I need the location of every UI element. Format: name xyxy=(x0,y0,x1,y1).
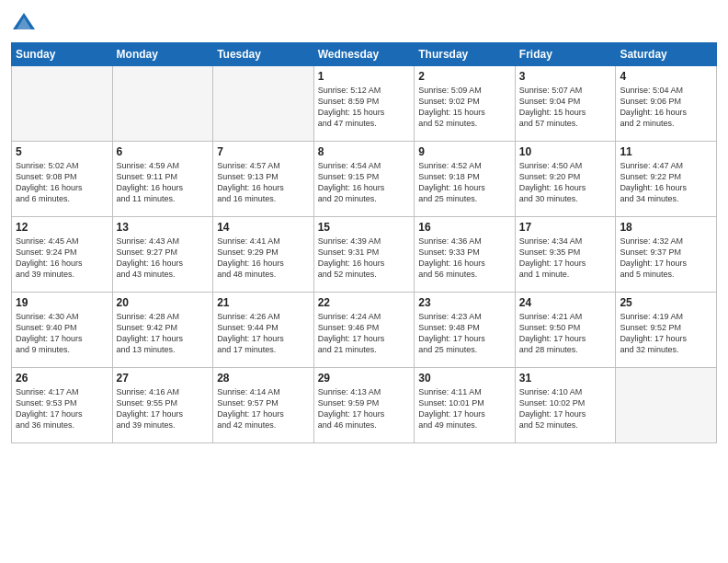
calendar-cell: 20Sunrise: 4:28 AM Sunset: 9:42 PM Dayli… xyxy=(112,293,213,368)
day-number: 26 xyxy=(16,372,108,385)
calendar-cell: 2Sunrise: 5:09 AM Sunset: 9:02 PM Daylig… xyxy=(415,66,516,142)
day-number: 10 xyxy=(519,145,612,158)
cell-info: Sunrise: 4:30 AM Sunset: 9:40 PM Dayligh… xyxy=(16,311,108,356)
calendar-cell: 11Sunrise: 4:47 AM Sunset: 9:22 PM Dayli… xyxy=(616,142,717,217)
cell-info: Sunrise: 4:28 AM Sunset: 9:42 PM Dayligh… xyxy=(117,311,210,356)
cell-info: Sunrise: 5:12 AM Sunset: 8:59 PM Dayligh… xyxy=(318,85,411,130)
day-number: 9 xyxy=(418,145,511,158)
calendar-cell: 29Sunrise: 4:13 AM Sunset: 9:59 PM Dayli… xyxy=(313,368,415,443)
calendar-cell: 1Sunrise: 5:12 AM Sunset: 8:59 PM Daylig… xyxy=(313,66,415,142)
weekday-header-row: SundayMondayTuesdayWednesdayThursdayFrid… xyxy=(12,43,717,66)
cell-info: Sunrise: 4:13 AM Sunset: 9:59 PM Dayligh… xyxy=(318,386,411,431)
week-row-4: 19Sunrise: 4:30 AM Sunset: 9:40 PM Dayli… xyxy=(12,293,717,368)
day-number: 20 xyxy=(117,296,210,309)
day-number: 30 xyxy=(418,372,511,385)
calendar-table: SundayMondayTuesdayWednesdayThursdayFrid… xyxy=(11,42,717,443)
calendar-cell xyxy=(112,66,213,142)
calendar-cell: 7Sunrise: 4:57 AM Sunset: 9:13 PM Daylig… xyxy=(213,142,314,217)
calendar-cell: 23Sunrise: 4:23 AM Sunset: 9:48 PM Dayli… xyxy=(415,293,516,368)
cell-info: Sunrise: 4:19 AM Sunset: 9:52 PM Dayligh… xyxy=(620,311,712,356)
calendar-cell: 9Sunrise: 4:52 AM Sunset: 9:18 PM Daylig… xyxy=(415,142,516,217)
day-number: 11 xyxy=(620,145,712,158)
day-number: 29 xyxy=(318,372,411,385)
calendar-cell: 19Sunrise: 4:30 AM Sunset: 9:40 PM Dayli… xyxy=(12,293,113,368)
calendar-cell: 24Sunrise: 4:21 AM Sunset: 9:50 PM Dayli… xyxy=(515,293,616,368)
page: SundayMondayTuesdayWednesdayThursdayFrid… xyxy=(0,0,728,563)
cell-info: Sunrise: 4:52 AM Sunset: 9:18 PM Dayligh… xyxy=(418,160,511,205)
cell-info: Sunrise: 5:09 AM Sunset: 9:02 PM Dayligh… xyxy=(418,85,511,130)
day-number: 21 xyxy=(217,296,310,309)
day-number: 3 xyxy=(519,70,612,83)
day-number: 15 xyxy=(318,221,411,234)
day-number: 14 xyxy=(217,221,310,234)
day-number: 16 xyxy=(418,221,511,234)
weekday-header-tuesday: Tuesday xyxy=(213,43,314,66)
cell-info: Sunrise: 4:45 AM Sunset: 9:24 PM Dayligh… xyxy=(16,236,108,281)
cell-info: Sunrise: 4:54 AM Sunset: 9:15 PM Dayligh… xyxy=(318,160,411,205)
logo-icon xyxy=(11,9,37,35)
day-number: 22 xyxy=(318,296,411,309)
cell-info: Sunrise: 4:41 AM Sunset: 9:29 PM Dayligh… xyxy=(217,236,310,281)
day-number: 7 xyxy=(217,145,310,158)
cell-info: Sunrise: 4:32 AM Sunset: 9:37 PM Dayligh… xyxy=(620,236,712,281)
calendar-cell xyxy=(616,368,717,443)
cell-info: Sunrise: 4:11 AM Sunset: 10:01 PM Daylig… xyxy=(418,386,511,431)
weekday-header-saturday: Saturday xyxy=(616,43,717,66)
weekday-header-monday: Monday xyxy=(112,43,213,66)
calendar-cell xyxy=(12,66,113,142)
cell-info: Sunrise: 4:26 AM Sunset: 9:44 PM Dayligh… xyxy=(217,311,310,356)
cell-info: Sunrise: 4:59 AM Sunset: 9:11 PM Dayligh… xyxy=(117,160,210,205)
week-row-1: 1Sunrise: 5:12 AM Sunset: 8:59 PM Daylig… xyxy=(12,66,717,142)
calendar-cell: 28Sunrise: 4:14 AM Sunset: 9:57 PM Dayli… xyxy=(213,368,314,443)
day-number: 31 xyxy=(519,372,612,385)
calendar-cell: 25Sunrise: 4:19 AM Sunset: 9:52 PM Dayli… xyxy=(616,293,717,368)
cell-info: Sunrise: 4:39 AM Sunset: 9:31 PM Dayligh… xyxy=(318,236,411,281)
cell-info: Sunrise: 4:16 AM Sunset: 9:55 PM Dayligh… xyxy=(117,386,210,431)
weekday-header-thursday: Thursday xyxy=(415,43,516,66)
cell-info: Sunrise: 4:43 AM Sunset: 9:27 PM Dayligh… xyxy=(117,236,210,281)
week-row-5: 26Sunrise: 4:17 AM Sunset: 9:53 PM Dayli… xyxy=(12,368,717,443)
day-number: 12 xyxy=(16,221,108,234)
header xyxy=(11,9,717,35)
cell-info: Sunrise: 4:34 AM Sunset: 9:35 PM Dayligh… xyxy=(519,236,612,281)
calendar-cell: 31Sunrise: 4:10 AM Sunset: 10:02 PM Dayl… xyxy=(515,368,616,443)
day-number: 8 xyxy=(318,145,411,158)
cell-info: Sunrise: 4:57 AM Sunset: 9:13 PM Dayligh… xyxy=(217,160,310,205)
calendar-cell: 4Sunrise: 5:04 AM Sunset: 9:06 PM Daylig… xyxy=(616,66,717,142)
day-number: 5 xyxy=(16,145,108,158)
cell-info: Sunrise: 4:14 AM Sunset: 9:57 PM Dayligh… xyxy=(217,386,310,431)
calendar-cell: 30Sunrise: 4:11 AM Sunset: 10:01 PM Dayl… xyxy=(415,368,516,443)
calendar-cell: 5Sunrise: 5:02 AM Sunset: 9:08 PM Daylig… xyxy=(12,142,113,217)
weekday-header-friday: Friday xyxy=(515,43,616,66)
cell-info: Sunrise: 4:36 AM Sunset: 9:33 PM Dayligh… xyxy=(418,236,511,281)
day-number: 19 xyxy=(16,296,108,309)
calendar-cell: 8Sunrise: 4:54 AM Sunset: 9:15 PM Daylig… xyxy=(313,142,415,217)
calendar-cell xyxy=(213,66,314,142)
calendar-cell: 21Sunrise: 4:26 AM Sunset: 9:44 PM Dayli… xyxy=(213,293,314,368)
day-number: 2 xyxy=(418,70,511,83)
week-row-3: 12Sunrise: 4:45 AM Sunset: 9:24 PM Dayli… xyxy=(12,217,717,293)
day-number: 4 xyxy=(620,70,712,83)
calendar-cell: 13Sunrise: 4:43 AM Sunset: 9:27 PM Dayli… xyxy=(112,217,213,293)
calendar-cell: 10Sunrise: 4:50 AM Sunset: 9:20 PM Dayli… xyxy=(515,142,616,217)
cell-info: Sunrise: 5:02 AM Sunset: 9:08 PM Dayligh… xyxy=(16,160,108,205)
cell-info: Sunrise: 5:04 AM Sunset: 9:06 PM Dayligh… xyxy=(620,85,712,130)
weekday-header-sunday: Sunday xyxy=(12,43,113,66)
week-row-2: 5Sunrise: 5:02 AM Sunset: 9:08 PM Daylig… xyxy=(12,142,717,217)
cell-info: Sunrise: 4:23 AM Sunset: 9:48 PM Dayligh… xyxy=(418,311,511,356)
cell-info: Sunrise: 4:21 AM Sunset: 9:50 PM Dayligh… xyxy=(519,311,612,356)
cell-info: Sunrise: 5:07 AM Sunset: 9:04 PM Dayligh… xyxy=(519,85,612,130)
calendar-cell: 17Sunrise: 4:34 AM Sunset: 9:35 PM Dayli… xyxy=(515,217,616,293)
cell-info: Sunrise: 4:24 AM Sunset: 9:46 PM Dayligh… xyxy=(318,311,411,356)
cell-info: Sunrise: 4:50 AM Sunset: 9:20 PM Dayligh… xyxy=(519,160,612,205)
calendar-cell: 14Sunrise: 4:41 AM Sunset: 9:29 PM Dayli… xyxy=(213,217,314,293)
calendar-cell: 12Sunrise: 4:45 AM Sunset: 9:24 PM Dayli… xyxy=(12,217,113,293)
day-number: 28 xyxy=(217,372,310,385)
day-number: 13 xyxy=(117,221,210,234)
day-number: 24 xyxy=(519,296,612,309)
calendar-cell: 15Sunrise: 4:39 AM Sunset: 9:31 PM Dayli… xyxy=(313,217,415,293)
day-number: 1 xyxy=(318,70,411,83)
calendar-cell: 6Sunrise: 4:59 AM Sunset: 9:11 PM Daylig… xyxy=(112,142,213,217)
calendar-cell: 27Sunrise: 4:16 AM Sunset: 9:55 PM Dayli… xyxy=(112,368,213,443)
calendar-cell: 16Sunrise: 4:36 AM Sunset: 9:33 PM Dayli… xyxy=(415,217,516,293)
